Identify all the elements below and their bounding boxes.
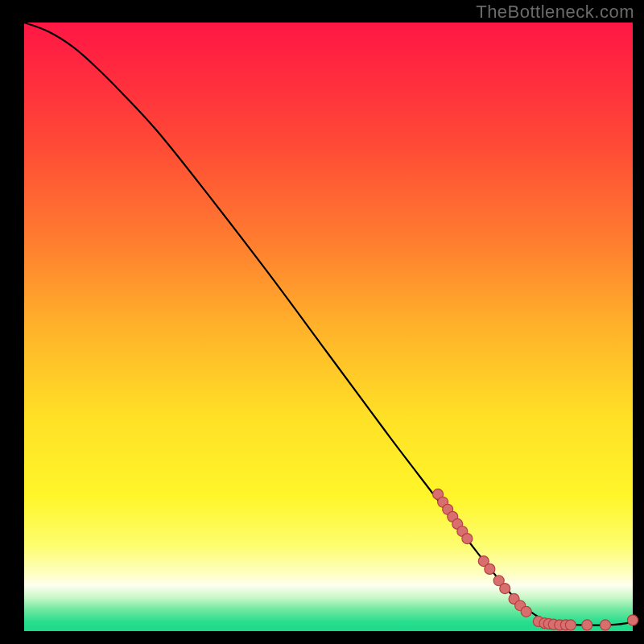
data-marker	[582, 620, 592, 630]
watermark-text: TheBottleneck.com	[476, 2, 634, 23]
data-marker	[521, 606, 531, 617]
data-marker	[565, 620, 576, 630]
chart-svg	[0, 0, 644, 644]
data-marker	[485, 564, 495, 574]
data-marker	[462, 534, 473, 544]
data-marker	[500, 584, 510, 594]
chart-stage: TheBottleneck.com	[0, 0, 644, 644]
plot-background	[24, 23, 633, 631]
data-marker	[600, 620, 610, 630]
data-marker	[628, 615, 638, 625]
